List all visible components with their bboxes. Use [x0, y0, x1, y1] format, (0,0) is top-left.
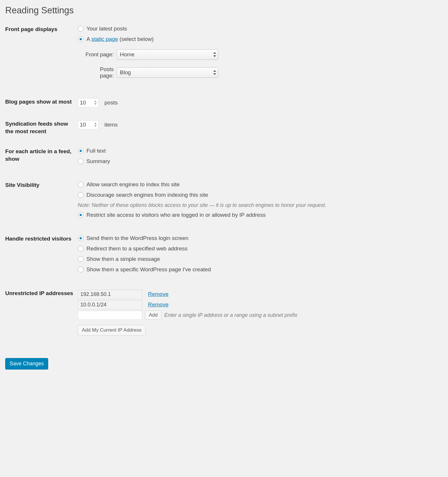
page-title: Reading Settings	[5, 5, 443, 16]
front-page-select[interactable]: Home	[117, 49, 218, 60]
radio-wp-page-label: Show them a specific WordPress page I've…	[86, 266, 211, 273]
visibility-note: Note: Neither of these options blocks ac…	[78, 202, 443, 208]
radio-restrict-access[interactable]	[78, 212, 84, 218]
chevron-updown-icon	[213, 70, 216, 75]
syndication-unit: items	[104, 122, 118, 128]
radio-static-page[interactable]	[78, 36, 84, 42]
svg-marker-2	[213, 70, 216, 72]
svg-marker-6	[94, 123, 97, 124]
remove-ip-link[interactable]: Remove	[148, 291, 169, 297]
ip-hint: Enter a single IP address or a range usi…	[164, 312, 297, 318]
radio-allow-index[interactable]	[78, 182, 84, 187]
remove-ip-link[interactable]: Remove	[148, 301, 169, 308]
front-page-select-label: Front page:	[85, 51, 114, 58]
radio-redirect[interactable]	[78, 246, 84, 252]
add-current-ip-button[interactable]: Add My Current IP Address	[78, 325, 146, 335]
posts-page-select-label: Posts page:	[85, 66, 114, 79]
unrestricted-ip-label: Unrestricted IP addresses	[5, 290, 78, 297]
radio-wp-page[interactable]	[78, 267, 84, 272]
radio-full-text[interactable]	[78, 148, 84, 154]
radio-summary-label: Summary	[86, 158, 110, 165]
posts-page-select[interactable]: Blog	[117, 67, 218, 78]
article-feed-label: For each article in a feed, show	[5, 148, 78, 162]
front-page-displays-label: Front page displays	[5, 26, 78, 33]
ip-input-0[interactable]: 192.168.50.1	[78, 290, 142, 299]
radio-simple-message-label: Show them a simple message	[86, 256, 160, 262]
radio-allow-index-label: Allow search engines to index this site	[86, 181, 180, 188]
svg-marker-4	[94, 101, 97, 102]
svg-marker-5	[94, 103, 97, 105]
blog-pages-unit: posts	[104, 100, 118, 106]
radio-restrict-access-label: Restrict site access to visitors who are…	[86, 212, 265, 218]
radio-discourage-index-label: Discourage search engines from indexing …	[86, 192, 208, 198]
radio-login-screen[interactable]	[78, 235, 84, 241]
radio-login-screen-label: Send them to the WordPress login screen	[86, 235, 188, 241]
radio-discourage-index[interactable]	[78, 192, 84, 198]
svg-marker-1	[213, 55, 216, 57]
blog-pages-input[interactable]: 10	[78, 98, 99, 107]
svg-marker-7	[94, 125, 97, 127]
radio-simple-message[interactable]	[78, 256, 84, 262]
handle-restricted-label: Handle restricted visitors	[5, 235, 78, 243]
radio-latest-posts-label: Your latest posts	[86, 26, 127, 32]
site-visibility-label: Site Visibility	[5, 181, 78, 189]
stepper-icon	[94, 123, 97, 127]
radio-redirect-label: Redirect them to a specified web address	[86, 245, 188, 252]
blog-pages-label: Blog pages show at most	[5, 98, 78, 106]
radio-summary[interactable]	[78, 158, 84, 164]
save-changes-button[interactable]: Save Changes	[5, 358, 48, 369]
syndication-label: Syndication feeds show the most recent	[5, 120, 78, 135]
radio-full-text-label: Full text	[86, 148, 106, 154]
chevron-updown-icon	[213, 52, 216, 57]
static-page-link[interactable]: static page	[91, 36, 118, 42]
svg-marker-3	[213, 73, 216, 75]
radio-static-page-label: A static page (select below)	[86, 36, 153, 42]
ip-input-1[interactable]: 10.0.0.1/24	[78, 300, 142, 309]
svg-marker-0	[213, 52, 216, 54]
ip-input-new[interactable]	[78, 310, 142, 320]
add-ip-button[interactable]: Add	[145, 310, 161, 320]
stepper-icon	[94, 101, 97, 105]
radio-latest-posts[interactable]	[78, 26, 84, 32]
syndication-input[interactable]: 10	[78, 120, 99, 129]
